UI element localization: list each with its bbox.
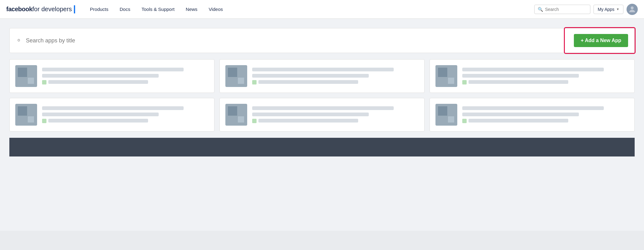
app-icon <box>15 104 37 126</box>
app-info-line <box>462 74 579 78</box>
app-card[interactable] <box>219 98 425 132</box>
app-status-line <box>258 80 358 84</box>
navbar-search-input[interactable] <box>545 7 587 12</box>
app-icon <box>225 65 247 87</box>
app-status-dot <box>42 80 46 84</box>
app-card[interactable] <box>430 59 635 93</box>
app-status-line <box>469 80 568 84</box>
app-icon <box>225 104 247 126</box>
search-apps-input[interactable] <box>26 37 574 44</box>
nav-item-products[interactable]: Products <box>84 0 114 19</box>
navbar-right: 🔍 My Apps ▼ <box>534 4 638 15</box>
app-grid <box>9 59 635 132</box>
app-card[interactable] <box>9 98 214 132</box>
brand-logo[interactable]: facebook for developers <box>6 5 75 13</box>
app-details <box>462 68 629 84</box>
avatar-icon <box>628 5 637 14</box>
app-icon <box>15 65 37 87</box>
nav-item-tools-support[interactable]: Tools & Support <box>136 0 180 19</box>
brand-facebook-text: facebook <box>6 6 32 13</box>
app-details <box>42 106 209 123</box>
search-apps-left: ⚬ <box>16 36 574 45</box>
app-card[interactable] <box>219 59 425 93</box>
nav-item-news[interactable]: News <box>180 0 203 19</box>
nav-item-docs[interactable]: Docs <box>114 0 136 19</box>
app-icon <box>435 104 457 126</box>
app-status-dot <box>252 119 257 123</box>
app-info-line <box>462 113 579 116</box>
navbar-nav: Products Docs Tools & Support News Video… <box>84 0 535 19</box>
app-status-dot <box>462 80 467 84</box>
svg-point-0 <box>631 6 633 9</box>
app-name-line <box>252 68 394 71</box>
app-details <box>462 106 629 123</box>
avatar[interactable] <box>627 4 638 15</box>
my-apps-label: My Apps <box>598 7 614 12</box>
nav-item-videos[interactable]: Videos <box>203 0 228 19</box>
app-status-dot <box>42 119 46 123</box>
brand-bar-icon <box>74 5 75 13</box>
app-details <box>252 106 419 123</box>
app-details <box>252 68 419 84</box>
app-info-line <box>42 74 159 78</box>
app-card[interactable] <box>9 59 214 93</box>
my-apps-button[interactable]: My Apps ▼ <box>594 5 623 14</box>
main-content: ⚬ + Add a New App <box>0 19 644 231</box>
app-card[interactable] <box>430 98 635 132</box>
app-status-line <box>48 80 148 84</box>
brand-for-developers-text: for developers <box>32 6 72 13</box>
search-apps-icon: ⚬ <box>16 36 22 45</box>
app-info-line <box>42 113 159 116</box>
app-name-line <box>462 106 604 110</box>
app-name-line <box>42 106 184 110</box>
app-icon <box>435 65 457 87</box>
chevron-down-icon: ▼ <box>616 7 619 11</box>
app-details <box>42 68 209 84</box>
app-status-line <box>48 119 148 123</box>
app-name-line <box>252 106 394 110</box>
app-info-line <box>252 74 369 78</box>
app-status-dot <box>252 80 257 84</box>
app-name-line <box>462 68 604 71</box>
app-status-line <box>469 119 568 123</box>
add-new-app-button[interactable]: + Add a New App <box>574 34 628 47</box>
footer-bar <box>9 138 635 156</box>
search-bar-container: ⚬ + Add a New App <box>9 28 635 53</box>
navbar: facebook for developers Products Docs To… <box>0 0 644 19</box>
navbar-search-box[interactable]: 🔍 <box>534 5 590 14</box>
app-name-line <box>42 68 184 71</box>
search-icon: 🔍 <box>538 7 543 12</box>
app-info-line <box>252 113 369 116</box>
app-status-line <box>258 119 358 123</box>
app-status-dot <box>462 119 467 123</box>
